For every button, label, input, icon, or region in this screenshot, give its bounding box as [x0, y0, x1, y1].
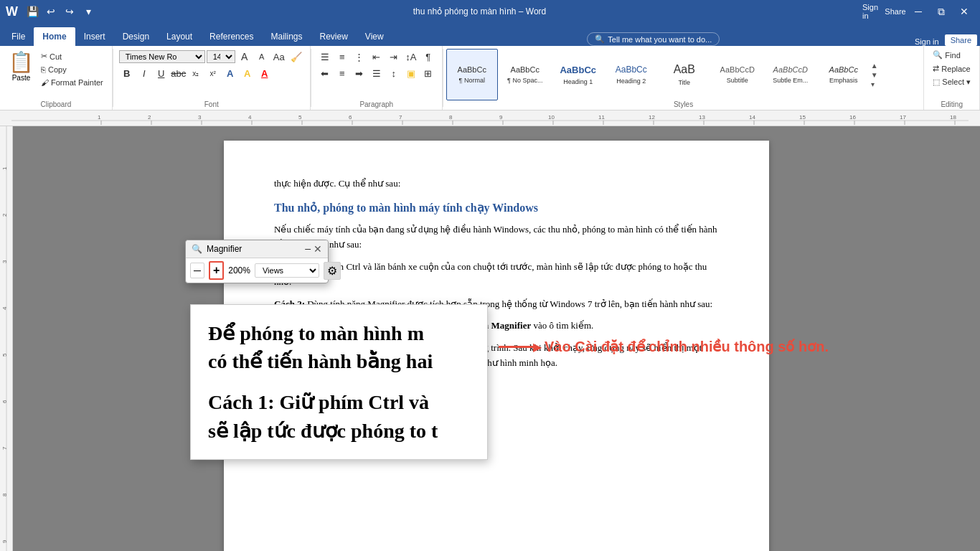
- styles-scroll-up[interactable]: ▲: [871, 62, 878, 70]
- vertical-ruler-svg: 1 2 3 4 5 6 7 8 9: [0, 126, 13, 551]
- style-no-spacing[interactable]: AaBbCc ¶ No Spac...: [499, 49, 551, 100]
- signin-button[interactable]: Sign in: [862, 1, 882, 22]
- svg-text:9: 9: [499, 114, 503, 121]
- decrease-indent-button[interactable]: ⇤: [369, 49, 385, 65]
- tab-home[interactable]: Home: [34, 27, 75, 46]
- tab-file[interactable]: File: [3, 27, 34, 46]
- highlight-color-button[interactable]: A: [240, 65, 255, 81]
- copy-icon: ⎘: [41, 65, 46, 74]
- tab-layout[interactable]: Layout: [158, 27, 201, 46]
- tab-design[interactable]: Design: [114, 27, 158, 46]
- format-painter-button[interactable]: 🖌Format Painter: [38, 77, 106, 88]
- styles-scroll-buttons[interactable]: ▲ ▼ ▾: [871, 62, 878, 88]
- magnifier-minimize-button[interactable]: ─: [305, 245, 311, 253]
- borders-button[interactable]: ⊞: [420, 65, 436, 81]
- replace-button[interactable]: ⇄ Replace: [930, 62, 973, 75]
- justify-button[interactable]: ☰: [369, 65, 385, 81]
- copy-button[interactable]: ⎘Copy: [38, 64, 106, 75]
- tab-review[interactable]: Review: [311, 27, 356, 46]
- magnifier-views-select[interactable]: Views Full Screen Lens Docked: [255, 263, 319, 278]
- clipboard-label: Clipboard: [40, 99, 71, 108]
- window-controls: Sign in Share ─ ⧉ ✕: [862, 1, 974, 22]
- tell-me-input[interactable]: 🔍 Tell me what you want to do...: [587, 32, 720, 46]
- customize-quick-access-button[interactable]: ▾: [80, 3, 97, 20]
- align-center-button[interactable]: ≡: [334, 65, 350, 81]
- ruler-svg: 1 2 3 4 5 6 7 8 9 10 11 12 13 14 15 16 1…: [11, 112, 969, 125]
- style-emphasis[interactable]: AaBbCc Emphasis: [818, 49, 870, 100]
- document-area: 1 2 3 4 5 6 7 8 9 thực hiện được. Cụ thể…: [0, 126, 980, 551]
- superscript-button[interactable]: x²: [205, 65, 221, 81]
- paragraph-row1: ☰ ≡ ⋮ ⇤ ⇥ ↕A ¶: [317, 49, 436, 65]
- bold-button[interactable]: B: [119, 65, 135, 81]
- find-icon: 🔍: [933, 50, 943, 60]
- magnifier-close-button[interactable]: ✕: [314, 243, 322, 255]
- save-button[interactable]: 💾: [24, 3, 41, 20]
- tab-references[interactable]: References: [201, 27, 262, 46]
- style-title[interactable]: AaB Title: [659, 49, 710, 100]
- styles-label: Styles: [446, 100, 921, 108]
- svg-text:9: 9: [1, 540, 8, 543]
- word-icon: W: [6, 4, 18, 19]
- font-name-select[interactable]: Times New Ro: [119, 50, 205, 63]
- undo-button[interactable]: ↩: [42, 3, 60, 20]
- italic-button[interactable]: I: [136, 65, 152, 81]
- clear-format-button[interactable]: 🧹: [288, 49, 304, 65]
- grow-font-button[interactable]: A: [237, 49, 253, 65]
- share-button[interactable]: Share: [885, 1, 905, 22]
- change-case-button[interactable]: Aa: [271, 49, 287, 65]
- signin-label[interactable]: Sign in: [915, 37, 939, 46]
- magnifier-settings-button[interactable]: ⚙: [324, 262, 341, 280]
- styles-expand[interactable]: ▾: [871, 80, 878, 88]
- svg-text:10: 10: [548, 114, 555, 121]
- font-size-select[interactable]: 14: [207, 50, 235, 63]
- quick-access-toolbar: 💾 ↩ ↪ ▾: [24, 3, 97, 20]
- maximize-button[interactable]: ⧉: [931, 1, 951, 22]
- select-button[interactable]: ⬚ Select ▾: [930, 76, 974, 88]
- line-spacing-button[interactable]: ↕: [386, 65, 402, 81]
- svg-text:12: 12: [649, 114, 655, 121]
- sort-button[interactable]: ↕A: [403, 49, 419, 65]
- tab-mailings[interactable]: Mailings: [262, 27, 311, 46]
- svg-text:3: 3: [198, 114, 202, 121]
- style-heading2[interactable]: AaBbCc Heading 2: [606, 49, 657, 100]
- shrink-font-button[interactable]: A: [254, 49, 270, 65]
- styles-scroll-down[interactable]: ▼: [871, 71, 878, 79]
- paste-button[interactable]: 📋 Paste: [6, 49, 37, 83]
- editing-label: Editing: [941, 99, 963, 108]
- magnifier-window[interactable]: 🔍 Magnifier ─ ✕ ─ + 200% Views Full Scre…: [185, 240, 329, 283]
- underline-button[interactable]: U: [154, 65, 169, 81]
- increase-indent-button[interactable]: ⇥: [386, 49, 402, 65]
- magnifier-plus-button[interactable]: +: [209, 261, 224, 280]
- ribbon-body: 📋 Paste ✂Cut ⎘Copy 🖌Format Painter Clipb…: [0, 46, 980, 110]
- show-formatting-button[interactable]: ¶: [420, 49, 436, 65]
- arrow-line: [499, 346, 534, 348]
- paragraph-group: ☰ ≡ ⋮ ⇤ ⇥ ↕A ¶ ⬅ ≡ ➡ ☰ ↕ ▣ ⊞ Paragraph: [311, 46, 443, 110]
- svg-text:8: 8: [449, 114, 453, 121]
- align-right-button[interactable]: ➡: [352, 65, 367, 81]
- redo-button[interactable]: ↪: [61, 3, 78, 20]
- scissors-icon: ✂: [41, 52, 47, 61]
- style-subtle-emphasis[interactable]: AaBbCcD Subtle Em...: [765, 49, 816, 100]
- align-left-button[interactable]: ⬅: [317, 65, 333, 81]
- font-color-button[interactable]: A: [257, 65, 273, 81]
- style-heading1[interactable]: AaBbCc Heading 1: [552, 49, 604, 100]
- style-subtitle[interactable]: AaBbCcD Subtitle: [712, 49, 763, 100]
- cut-button[interactable]: ✂Cut: [38, 50, 106, 62]
- text-effects-button[interactable]: A: [222, 65, 238, 81]
- numbering-button[interactable]: ≡: [334, 49, 350, 65]
- shading-button[interactable]: ▣: [403, 65, 419, 81]
- strikethrough-button[interactable]: abc: [171, 65, 187, 81]
- annotation-text: Vào Cài đặt để chỉnh nhiều thông số hơn.: [545, 338, 829, 355]
- tab-view[interactable]: View: [357, 27, 392, 46]
- find-button[interactable]: 🔍 Find: [930, 49, 963, 61]
- share-label[interactable]: Share: [945, 34, 977, 46]
- bullets-button[interactable]: ☰: [317, 49, 333, 65]
- style-normal[interactable]: AaBbCc ¶ Normal: [446, 49, 498, 100]
- subscript-button[interactable]: x₂: [188, 65, 204, 81]
- magnifier-minus-button[interactable]: ─: [190, 263, 204, 278]
- minimize-button[interactable]: ─: [908, 1, 928, 22]
- close-button[interactable]: ✕: [954, 1, 974, 22]
- tab-insert[interactable]: Insert: [75, 27, 114, 46]
- multilevel-list-button[interactable]: ⋮: [352, 49, 367, 65]
- clipboard-secondary: ✂Cut ⎘Copy 🖌Format Painter: [38, 49, 106, 88]
